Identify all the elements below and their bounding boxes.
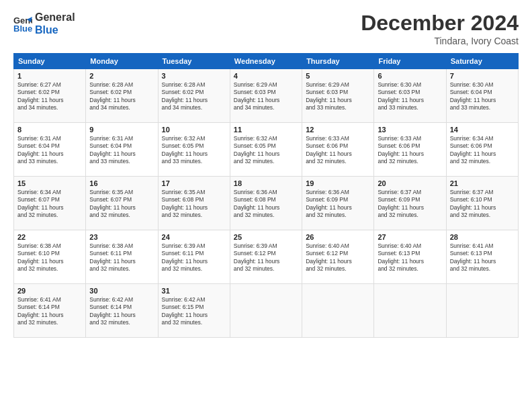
- day-number: 13: [378, 126, 442, 134]
- calendar-cell: 4Sunrise: 6:29 AM Sunset: 6:03 PM Daylig…: [230, 69, 302, 123]
- calendar-cell: 5Sunrise: 6:29 AM Sunset: 6:03 PM Daylig…: [302, 69, 374, 123]
- day-number: 14: [450, 126, 515, 134]
- day-number: 2: [89, 72, 154, 80]
- calendar-week-2: 8Sunrise: 6:31 AM Sunset: 6:04 PM Daylig…: [14, 123, 519, 177]
- calendar-cell: [374, 284, 446, 338]
- day-number: 12: [306, 126, 370, 134]
- day-info: Sunrise: 6:30 AM Sunset: 6:03 PM Dayligh…: [378, 81, 442, 112]
- logo-line1: General: [35, 11, 75, 24]
- calendar-cell: 7Sunrise: 6:30 AM Sunset: 6:04 PM Daylig…: [446, 69, 518, 123]
- column-header-friday: Friday: [374, 54, 446, 69]
- day-number: 30: [89, 287, 154, 295]
- day-number: 15: [17, 179, 82, 187]
- column-header-wednesday: Wednesday: [230, 54, 302, 69]
- calendar-cell: [230, 284, 302, 338]
- day-info: Sunrise: 6:39 AM Sunset: 6:12 PM Dayligh…: [234, 242, 298, 273]
- calendar-cell: 22Sunrise: 6:38 AM Sunset: 6:10 PM Dayli…: [14, 230, 86, 284]
- calendar-cell: 24Sunrise: 6:39 AM Sunset: 6:11 PM Dayli…: [158, 230, 230, 284]
- day-number: 27: [378, 233, 442, 241]
- day-info: Sunrise: 6:41 AM Sunset: 6:13 PM Dayligh…: [450, 242, 515, 273]
- day-number: 9: [89, 126, 154, 134]
- day-info: Sunrise: 6:31 AM Sunset: 6:04 PM Dayligh…: [89, 135, 154, 166]
- calendar-week-3: 15Sunrise: 6:34 AM Sunset: 6:07 PM Dayli…: [14, 177, 519, 230]
- calendar-week-1: 1Sunrise: 6:27 AM Sunset: 6:02 PM Daylig…: [14, 69, 519, 123]
- calendar-cell: [446, 284, 518, 338]
- day-number: 4: [234, 72, 298, 80]
- calendar-cell: 14Sunrise: 6:34 AM Sunset: 6:06 PM Dayli…: [446, 123, 518, 177]
- calendar-table: SundayMondayTuesdayWednesdayThursdayFrid…: [13, 53, 519, 338]
- page: General Blue General Blue December 2024 …: [0, 0, 532, 411]
- day-number: 20: [378, 179, 442, 187]
- day-number: 18: [234, 179, 298, 187]
- day-info: Sunrise: 6:33 AM Sunset: 6:06 PM Dayligh…: [378, 135, 442, 166]
- logo: General Blue General Blue: [13, 11, 75, 36]
- calendar-cell: 8Sunrise: 6:31 AM Sunset: 6:04 PM Daylig…: [14, 123, 86, 177]
- day-number: 24: [162, 233, 226, 241]
- title-block: December 2024 Tindara, Ivory Coast: [361, 11, 519, 46]
- column-header-sunday: Sunday: [14, 54, 86, 69]
- day-info: Sunrise: 6:37 AM Sunset: 6:09 PM Dayligh…: [378, 189, 442, 220]
- day-number: 28: [450, 233, 515, 241]
- main-title: December 2024: [361, 11, 519, 36]
- day-info: Sunrise: 6:39 AM Sunset: 6:11 PM Dayligh…: [162, 242, 226, 273]
- calendar-cell: 18Sunrise: 6:36 AM Sunset: 6:08 PM Dayli…: [230, 177, 302, 230]
- calendar-cell: 31Sunrise: 6:42 AM Sunset: 6:15 PM Dayli…: [158, 284, 230, 338]
- calendar-cell: 15Sunrise: 6:34 AM Sunset: 6:07 PM Dayli…: [14, 177, 86, 230]
- day-info: Sunrise: 6:33 AM Sunset: 6:06 PM Dayligh…: [306, 135, 370, 166]
- day-number: 5: [306, 72, 370, 80]
- logo-icon: General Blue: [13, 14, 32, 33]
- day-info: Sunrise: 6:38 AM Sunset: 6:11 PM Dayligh…: [89, 242, 154, 273]
- calendar-cell: 30Sunrise: 6:42 AM Sunset: 6:14 PM Dayli…: [86, 284, 158, 338]
- day-info: Sunrise: 6:27 AM Sunset: 6:02 PM Dayligh…: [17, 81, 82, 112]
- calendar-cell: 27Sunrise: 6:40 AM Sunset: 6:13 PM Dayli…: [374, 230, 446, 284]
- day-info: Sunrise: 6:40 AM Sunset: 6:12 PM Dayligh…: [306, 242, 370, 273]
- day-info: Sunrise: 6:35 AM Sunset: 6:07 PM Dayligh…: [89, 189, 154, 220]
- day-number: 3: [162, 72, 226, 80]
- day-info: Sunrise: 6:29 AM Sunset: 6:03 PM Dayligh…: [306, 81, 370, 112]
- day-number: 22: [17, 233, 82, 241]
- calendar-cell: 3Sunrise: 6:28 AM Sunset: 6:02 PM Daylig…: [158, 69, 230, 123]
- day-number: 29: [17, 287, 82, 295]
- calendar-cell: 21Sunrise: 6:37 AM Sunset: 6:10 PM Dayli…: [446, 177, 518, 230]
- day-number: 10: [162, 126, 226, 134]
- day-info: Sunrise: 6:31 AM Sunset: 6:04 PM Dayligh…: [17, 135, 82, 166]
- calendar-cell: 11Sunrise: 6:32 AM Sunset: 6:05 PM Dayli…: [230, 123, 302, 177]
- calendar-cell: 19Sunrise: 6:36 AM Sunset: 6:09 PM Dayli…: [302, 177, 374, 230]
- logo-line2: Blue: [35, 24, 75, 36]
- day-number: 11: [234, 126, 298, 134]
- header: General Blue General Blue December 2024 …: [13, 11, 519, 46]
- day-info: Sunrise: 6:42 AM Sunset: 6:14 PM Dayligh…: [89, 296, 154, 327]
- day-info: Sunrise: 6:38 AM Sunset: 6:10 PM Dayligh…: [17, 242, 82, 273]
- day-info: Sunrise: 6:37 AM Sunset: 6:10 PM Dayligh…: [450, 189, 515, 220]
- calendar-cell: 17Sunrise: 6:35 AM Sunset: 6:08 PM Dayli…: [158, 177, 230, 230]
- day-info: Sunrise: 6:40 AM Sunset: 6:13 PM Dayligh…: [378, 242, 442, 273]
- calendar-cell: 26Sunrise: 6:40 AM Sunset: 6:12 PM Dayli…: [302, 230, 374, 284]
- day-info: Sunrise: 6:42 AM Sunset: 6:15 PM Dayligh…: [162, 296, 226, 327]
- calendar-cell: 13Sunrise: 6:33 AM Sunset: 6:06 PM Dayli…: [374, 123, 446, 177]
- day-number: 26: [306, 233, 370, 241]
- day-info: Sunrise: 6:34 AM Sunset: 6:06 PM Dayligh…: [450, 135, 515, 166]
- calendar-cell: 20Sunrise: 6:37 AM Sunset: 6:09 PM Dayli…: [374, 177, 446, 230]
- calendar-cell: 12Sunrise: 6:33 AM Sunset: 6:06 PM Dayli…: [302, 123, 374, 177]
- calendar-cell: 28Sunrise: 6:41 AM Sunset: 6:13 PM Dayli…: [446, 230, 518, 284]
- calendar-header-row: SundayMondayTuesdayWednesdayThursdayFrid…: [14, 54, 519, 69]
- day-number: 31: [162, 287, 226, 295]
- day-number: 7: [450, 72, 515, 80]
- calendar-week-5: 29Sunrise: 6:41 AM Sunset: 6:14 PM Dayli…: [14, 284, 519, 338]
- calendar-cell: 2Sunrise: 6:28 AM Sunset: 6:02 PM Daylig…: [86, 69, 158, 123]
- calendar-cell: [302, 284, 374, 338]
- day-info: Sunrise: 6:30 AM Sunset: 6:04 PM Dayligh…: [450, 81, 515, 112]
- calendar-week-4: 22Sunrise: 6:38 AM Sunset: 6:10 PM Dayli…: [14, 230, 519, 284]
- calendar-cell: 25Sunrise: 6:39 AM Sunset: 6:12 PM Dayli…: [230, 230, 302, 284]
- day-number: 6: [378, 72, 442, 80]
- column-header-thursday: Thursday: [302, 54, 374, 69]
- calendar-cell: 10Sunrise: 6:32 AM Sunset: 6:05 PM Dayli…: [158, 123, 230, 177]
- day-info: Sunrise: 6:36 AM Sunset: 6:08 PM Dayligh…: [234, 189, 298, 220]
- calendar-cell: 29Sunrise: 6:41 AM Sunset: 6:14 PM Dayli…: [14, 284, 86, 338]
- day-number: 19: [306, 179, 370, 187]
- day-info: Sunrise: 6:28 AM Sunset: 6:02 PM Dayligh…: [162, 81, 226, 112]
- day-info: Sunrise: 6:32 AM Sunset: 6:05 PM Dayligh…: [234, 135, 298, 166]
- day-number: 23: [89, 233, 154, 241]
- day-info: Sunrise: 6:41 AM Sunset: 6:14 PM Dayligh…: [17, 296, 82, 327]
- column-header-saturday: Saturday: [446, 54, 518, 69]
